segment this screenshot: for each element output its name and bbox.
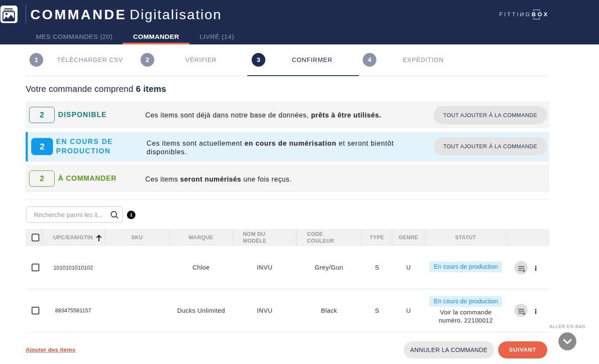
svg-text:BOX: BOX — [532, 11, 549, 18]
svg-text:FITTIИG: FITTIИG — [499, 11, 531, 18]
